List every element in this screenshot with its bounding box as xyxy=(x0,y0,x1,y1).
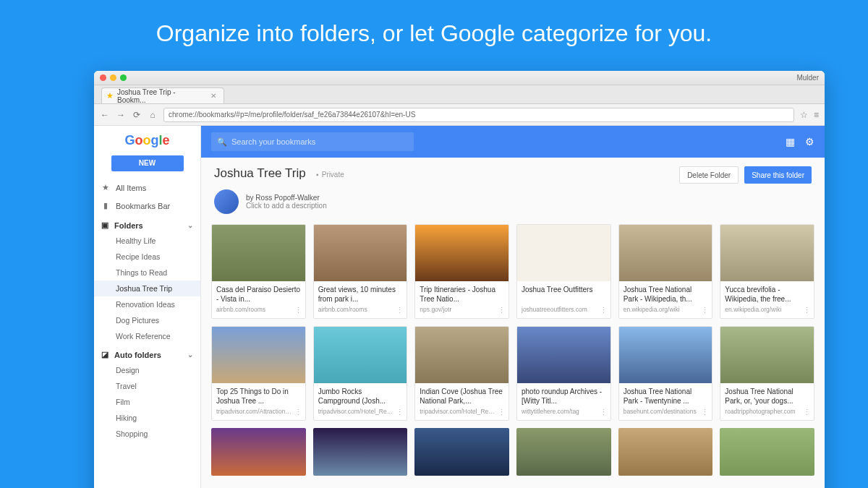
card-menu-icon[interactable]: ⋮ xyxy=(498,408,506,417)
sidebar-folder-item[interactable]: Dog Pictures xyxy=(94,312,200,328)
bookmark-info: Joshua Tree Outfittersjoshuatreeoutfitte… xyxy=(517,281,610,318)
bookmark-card[interactable]: Indian Cove (Joshua Tree National Park,.… xyxy=(414,326,509,421)
bookmark-info: Indian Cove (Joshua Tree National Park,.… xyxy=(415,383,509,420)
sidebar-folder-item[interactable]: Joshua Tree Trip xyxy=(94,281,200,296)
privacy-badge: ▪ Private xyxy=(316,171,344,179)
home-icon[interactable]: ⌂ xyxy=(148,110,158,120)
card-menu-icon[interactable]: ⋮ xyxy=(396,408,404,417)
share-folder-button[interactable]: Share this folder xyxy=(744,166,812,184)
sidebar: Google NEW ★ All Items ▮ Bookmarks Bar ▣… xyxy=(94,126,201,488)
star-icon: ★ xyxy=(101,183,110,192)
card-menu-icon[interactable]: ⋮ xyxy=(600,408,608,417)
bookmark-info: Trip Itineraries - Joshua Tree Natio...n… xyxy=(415,281,509,318)
folder-title: Joshua Tree Trip xyxy=(214,166,306,180)
sidebar-item-all[interactable]: ★ All Items xyxy=(94,179,200,197)
bookmark-card[interactable] xyxy=(618,428,713,476)
bookmark-card[interactable]: Joshua Tree National Park - Wikipedia, t… xyxy=(618,224,713,319)
forward-icon[interactable]: → xyxy=(116,110,126,120)
sidebar-auto-folder-item[interactable]: Hiking xyxy=(94,410,200,426)
bookmark-thumbnail xyxy=(618,428,713,476)
search-input[interactable]: 🔍 Search your bookmarks xyxy=(211,132,414,151)
bookmark-card[interactable] xyxy=(516,428,611,476)
sidebar-folder-item[interactable]: Healthy Life xyxy=(94,233,200,249)
card-menu-icon[interactable]: ⋮ xyxy=(294,408,302,417)
bookmark-card[interactable]: Joshua Tree National Park - Twentynine .… xyxy=(618,326,713,421)
browser-menu-icon[interactable]: ≡ xyxy=(814,110,819,120)
bookmark-card[interactable]: Trip Itineraries - Joshua Tree Natio...n… xyxy=(414,224,509,319)
new-button[interactable]: NEW xyxy=(111,155,184,171)
bookmark-card[interactable] xyxy=(211,428,306,476)
search-icon: 🔍 xyxy=(217,137,227,147)
address-bar[interactable]: chrome://bookmarks/#p=/me/profile/folder… xyxy=(163,108,794,122)
browser-window: Mulder ★ Joshua Tree Trip - Bookm... ✕ ←… xyxy=(94,71,825,488)
folder-icon: ▣ xyxy=(101,221,109,230)
bookmark-card[interactable]: Joshua Tree Outfittersjoshuatreeoutfitte… xyxy=(516,224,611,319)
bookmark-thumbnail xyxy=(720,327,814,383)
sidebar-folder-item[interactable]: Things to Read xyxy=(94,265,200,281)
minimize-window-icon[interactable] xyxy=(110,74,116,81)
os-titlebar: Mulder xyxy=(94,71,825,85)
tab-title: Joshua Tree Trip - Bookm... xyxy=(117,88,204,104)
sidebar-folder-item[interactable]: Recipe Ideas xyxy=(94,249,200,265)
settings-gear-icon[interactable]: ⚙ xyxy=(805,136,814,147)
bookmark-thumbnail xyxy=(415,225,509,281)
os-user-label: Mulder xyxy=(796,74,819,82)
bookmark-thumbnail xyxy=(212,327,305,383)
card-menu-icon[interactable]: ⋮ xyxy=(294,306,302,315)
close-window-icon[interactable] xyxy=(100,74,106,81)
bookmark-url: basehunt.com/destinations xyxy=(624,408,708,415)
bookmark-card[interactable]: Casa del Paraiso Desierto - Vista in...a… xyxy=(211,224,306,319)
bookmark-url: wittytitlehere.com/tag xyxy=(522,408,606,415)
window-controls[interactable] xyxy=(100,74,127,81)
bookmark-card[interactable] xyxy=(313,428,408,476)
back-icon[interactable]: ← xyxy=(100,110,110,120)
bookmark-card[interactable] xyxy=(414,428,509,476)
bookmark-card[interactable]: Jumbo Rocks Campground (Josh...tripadvis… xyxy=(313,326,408,421)
bookmark-title: Yucca brevifolia - Wikipedia, the free..… xyxy=(725,286,809,304)
sidebar-auto-folder-item[interactable]: Shopping xyxy=(94,426,200,442)
bookmark-url: nps.gov/jotr xyxy=(420,306,504,313)
bookmark-title: Casa del Paraiso Desierto - Vista in... xyxy=(216,286,301,304)
bookmark-grid: Top 25 Things to Do in Joshua Tree ...tr… xyxy=(201,326,825,421)
bookmark-card[interactable] xyxy=(720,428,814,476)
card-menu-icon[interactable]: ⋮ xyxy=(396,306,404,315)
bookmark-info: photo roundup Archives - [Witty Titl...w… xyxy=(517,383,610,420)
main-content: 🔍 Search your bookmarks ▦ ⚙ Joshua Tree … xyxy=(201,126,825,488)
bookmark-card[interactable]: Joshua Tree National Park, or, 'your dog… xyxy=(720,326,814,421)
sidebar-auto-folder-item[interactable]: Travel xyxy=(94,378,200,394)
bookmark-info: Joshua Tree National Park - Twentynine .… xyxy=(619,383,712,420)
bookmark-url: airbnb.com/rooms xyxy=(318,306,403,313)
bookmark-url: en.wikipedia.org/wiki xyxy=(624,306,708,313)
maximize-window-icon[interactable] xyxy=(120,74,127,81)
sidebar-folder-item[interactable]: Work Reference xyxy=(94,328,200,344)
reload-icon[interactable]: ⟳ xyxy=(132,110,142,120)
bookmark-card[interactable]: Yucca brevifolia - Wikipedia, the free..… xyxy=(720,224,814,319)
delete-folder-button[interactable]: Delete Folder xyxy=(679,166,739,184)
card-menu-icon[interactable]: ⋮ xyxy=(803,408,811,417)
browser-tab[interactable]: ★ Joshua Tree Trip - Bookm... ✕ xyxy=(101,87,224,103)
auto-folder-icon: ◪ xyxy=(101,350,109,359)
card-menu-icon[interactable]: ⋮ xyxy=(600,306,608,315)
section-label: Auto folders xyxy=(114,351,161,359)
bookmark-card[interactable]: photo roundup Archives - [Witty Titl...w… xyxy=(516,326,611,421)
sidebar-section-auto-folders[interactable]: ◪ Auto folders ⌄ xyxy=(94,344,200,362)
by-prefix: by xyxy=(246,194,254,202)
card-menu-icon[interactable]: ⋮ xyxy=(498,306,506,315)
bookmark-card[interactable]: Top 25 Things to Do in Joshua Tree ...tr… xyxy=(211,326,306,421)
bookmark-thumbnail xyxy=(619,327,712,383)
sidebar-section-folders[interactable]: ▣ Folders ⌄ xyxy=(94,215,200,233)
close-tab-icon[interactable]: ✕ xyxy=(210,92,216,100)
description-prompt[interactable]: Click to add a description xyxy=(246,202,327,210)
sidebar-folder-item[interactable]: Renovation Ideas xyxy=(94,296,200,312)
sidebar-auto-folder-item[interactable]: Film xyxy=(94,394,200,410)
browser-toolbar: ← → ⟳ ⌂ chrome://bookmarks/#p=/me/profil… xyxy=(94,104,825,126)
card-menu-icon[interactable]: ⋮ xyxy=(701,408,709,417)
sidebar-item-bookmarks-bar[interactable]: ▮ Bookmarks Bar xyxy=(94,197,200,215)
sidebar-auto-folder-item[interactable]: Design xyxy=(94,362,200,378)
view-toggle-icon[interactable]: ▦ xyxy=(786,136,795,147)
card-menu-icon[interactable]: ⋮ xyxy=(803,306,811,315)
promo-headline: Organize into folders, or let Google cat… xyxy=(0,0,868,47)
card-menu-icon[interactable]: ⋮ xyxy=(701,306,709,315)
bookmark-star-icon[interactable]: ☆ xyxy=(800,110,808,120)
bookmark-card[interactable]: Great views, 10 minutes from park i...ai… xyxy=(313,224,408,319)
